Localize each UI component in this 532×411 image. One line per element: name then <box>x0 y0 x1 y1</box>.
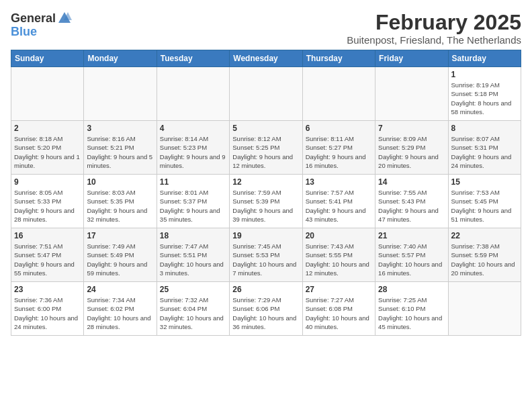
calendar-cell: 28Sunrise: 7:25 AM Sunset: 6:10 PM Dayli… <box>375 282 448 336</box>
day-number: 11 <box>160 177 226 187</box>
calendar-cell: 6Sunrise: 8:11 AM Sunset: 5:27 PM Daylig… <box>302 121 375 175</box>
calendar-cell: 25Sunrise: 7:32 AM Sunset: 6:04 PM Dayli… <box>157 282 229 336</box>
day-number: 14 <box>378 177 445 187</box>
calendar-week-5: 23Sunrise: 7:36 AM Sunset: 6:00 PM Dayli… <box>11 282 521 336</box>
day-info: Sunrise: 8:14 AM Sunset: 5:23 PM Dayligh… <box>160 135 226 169</box>
col-thursday: Thursday <box>302 50 375 67</box>
calendar-table: Sunday Monday Tuesday Wednesday Thursday… <box>11 50 521 336</box>
day-number: 18 <box>160 231 226 240</box>
day-number: 15 <box>451 177 518 187</box>
day-info: Sunrise: 8:18 AM Sunset: 5:20 PM Dayligh… <box>14 135 80 169</box>
calendar-cell <box>84 67 157 121</box>
calendar-cell: 22Sunrise: 7:38 AM Sunset: 5:59 PM Dayli… <box>448 228 521 282</box>
day-number: 21 <box>378 231 445 240</box>
day-number: 28 <box>378 285 445 294</box>
day-number: 10 <box>87 177 153 187</box>
day-info: Sunrise: 8:01 AM Sunset: 5:37 PM Dayligh… <box>160 189 220 223</box>
day-number: 22 <box>451 231 518 240</box>
day-number: 13 <box>306 177 372 187</box>
calendar-cell: 17Sunrise: 7:49 AM Sunset: 5:49 PM Dayli… <box>84 228 157 282</box>
day-number: 8 <box>451 124 518 133</box>
day-info: Sunrise: 8:09 AM Sunset: 5:29 PM Dayligh… <box>378 135 439 169</box>
day-info: Sunrise: 7:57 AM Sunset: 5:41 PM Dayligh… <box>306 189 366 223</box>
calendar-week-1: 1Sunrise: 8:19 AM Sunset: 5:18 PM Daylig… <box>11 67 521 121</box>
day-number: 2 <box>14 124 81 133</box>
calendar-cell <box>157 67 229 121</box>
col-tuesday: Tuesday <box>157 50 229 67</box>
calendar-cell: 3Sunrise: 8:16 AM Sunset: 5:21 PM Daylig… <box>84 121 157 175</box>
day-info: Sunrise: 7:55 AM Sunset: 5:43 PM Dayligh… <box>378 189 439 223</box>
calendar-week-2: 2Sunrise: 8:18 AM Sunset: 5:20 PM Daylig… <box>11 121 521 175</box>
logo-blue: Blue <box>11 26 72 38</box>
day-info: Sunrise: 7:45 AM Sunset: 5:53 PM Dayligh… <box>232 242 296 277</box>
day-info: Sunrise: 7:43 AM Sunset: 5:55 PM Dayligh… <box>306 242 369 277</box>
day-number: 19 <box>232 231 299 240</box>
day-info: Sunrise: 8:12 AM Sunset: 5:25 PM Dayligh… <box>232 135 293 169</box>
day-info: Sunrise: 7:51 AM Sunset: 5:47 PM Dayligh… <box>14 242 75 277</box>
logo: General Blue <box>11 11 72 38</box>
calendar-cell: 27Sunrise: 7:27 AM Sunset: 6:08 PM Dayli… <box>302 282 375 336</box>
calendar-cell <box>375 67 448 121</box>
calendar-cell: 12Sunrise: 7:59 AM Sunset: 5:39 PM Dayli… <box>230 175 302 228</box>
day-info: Sunrise: 8:03 AM Sunset: 5:35 PM Dayligh… <box>87 189 147 223</box>
day-number: 23 <box>14 285 81 294</box>
logo-general: General <box>11 12 56 24</box>
day-info: Sunrise: 7:59 AM Sunset: 5:39 PM Dayligh… <box>232 189 293 223</box>
calendar-week-4: 16Sunrise: 7:51 AM Sunset: 5:47 PM Dayli… <box>11 228 521 282</box>
calendar-cell: 7Sunrise: 8:09 AM Sunset: 5:29 PM Daylig… <box>375 121 448 175</box>
day-info: Sunrise: 7:49 AM Sunset: 5:49 PM Dayligh… <box>87 242 147 277</box>
col-friday: Friday <box>375 50 448 67</box>
day-info: Sunrise: 8:11 AM Sunset: 5:27 PM Dayligh… <box>306 135 366 169</box>
calendar-cell: 1Sunrise: 8:19 AM Sunset: 5:18 PM Daylig… <box>448 67 521 121</box>
day-number: 9 <box>14 177 81 187</box>
calendar-cell: 21Sunrise: 7:40 AM Sunset: 5:57 PM Dayli… <box>375 228 448 282</box>
calendar-cell: 14Sunrise: 7:55 AM Sunset: 5:43 PM Dayli… <box>375 175 448 228</box>
calendar-cell <box>230 67 302 121</box>
day-info: Sunrise: 7:47 AM Sunset: 5:51 PM Dayligh… <box>160 242 224 277</box>
day-info: Sunrise: 8:16 AM Sunset: 5:21 PM Dayligh… <box>87 135 152 169</box>
day-info: Sunrise: 8:19 AM Sunset: 5:18 PM Dayligh… <box>451 81 512 116</box>
page: General Blue February 2025 Buitenpost, F… <box>0 0 532 411</box>
calendar-cell: 13Sunrise: 7:57 AM Sunset: 5:41 PM Dayli… <box>302 175 375 228</box>
calendar-header-row: Sunday Monday Tuesday Wednesday Thursday… <box>11 50 521 67</box>
day-number: 26 <box>232 285 299 294</box>
calendar-cell: 4Sunrise: 8:14 AM Sunset: 5:23 PM Daylig… <box>157 121 229 175</box>
col-wednesday: Wednesday <box>230 50 302 67</box>
day-number: 3 <box>87 124 153 133</box>
calendar-cell: 8Sunrise: 8:07 AM Sunset: 5:31 PM Daylig… <box>448 121 521 175</box>
calendar-cell <box>11 67 84 121</box>
day-info: Sunrise: 7:36 AM Sunset: 6:00 PM Dayligh… <box>14 296 78 330</box>
calendar-cell: 26Sunrise: 7:29 AM Sunset: 6:06 PM Dayli… <box>230 282 302 336</box>
day-number: 25 <box>160 285 226 294</box>
day-info: Sunrise: 7:25 AM Sunset: 6:10 PM Dayligh… <box>378 296 442 330</box>
title-block: February 2025 Buitenpost, Friesland, The… <box>347 11 521 46</box>
calendar-cell <box>448 282 521 336</box>
col-monday: Monday <box>84 50 157 67</box>
calendar-week-3: 9Sunrise: 8:05 AM Sunset: 5:33 PM Daylig… <box>11 175 521 228</box>
calendar-cell: 9Sunrise: 8:05 AM Sunset: 5:33 PM Daylig… <box>11 175 84 228</box>
day-info: Sunrise: 7:38 AM Sunset: 5:59 PM Dayligh… <box>451 242 515 277</box>
col-saturday: Saturday <box>448 50 521 67</box>
calendar-cell: 5Sunrise: 8:12 AM Sunset: 5:25 PM Daylig… <box>230 121 302 175</box>
col-sunday: Sunday <box>11 50 84 67</box>
day-info: Sunrise: 7:40 AM Sunset: 5:57 PM Dayligh… <box>378 242 442 277</box>
day-info: Sunrise: 7:34 AM Sunset: 6:02 PM Dayligh… <box>87 296 150 330</box>
calendar-cell: 20Sunrise: 7:43 AM Sunset: 5:55 PM Dayli… <box>302 228 375 282</box>
day-number: 24 <box>87 285 153 294</box>
calendar-cell: 2Sunrise: 8:18 AM Sunset: 5:20 PM Daylig… <box>11 121 84 175</box>
day-number: 5 <box>232 124 299 133</box>
calendar-cell: 23Sunrise: 7:36 AM Sunset: 6:00 PM Dayli… <box>11 282 84 336</box>
header-row: General Blue February 2025 Buitenpost, F… <box>11 11 521 46</box>
calendar-cell: 16Sunrise: 7:51 AM Sunset: 5:47 PM Dayli… <box>11 228 84 282</box>
day-number: 20 <box>306 231 372 240</box>
logo-icon <box>57 11 72 26</box>
day-number: 12 <box>232 177 299 187</box>
day-info: Sunrise: 8:07 AM Sunset: 5:31 PM Dayligh… <box>451 135 512 169</box>
day-number: 7 <box>378 124 445 133</box>
day-number: 1 <box>451 70 518 79</box>
day-number: 27 <box>306 285 372 294</box>
day-info: Sunrise: 7:29 AM Sunset: 6:06 PM Dayligh… <box>232 296 296 330</box>
calendar-cell: 15Sunrise: 7:53 AM Sunset: 5:45 PM Dayli… <box>448 175 521 228</box>
calendar-cell: 18Sunrise: 7:47 AM Sunset: 5:51 PM Dayli… <box>157 228 229 282</box>
calendar-cell: 19Sunrise: 7:45 AM Sunset: 5:53 PM Dayli… <box>230 228 302 282</box>
